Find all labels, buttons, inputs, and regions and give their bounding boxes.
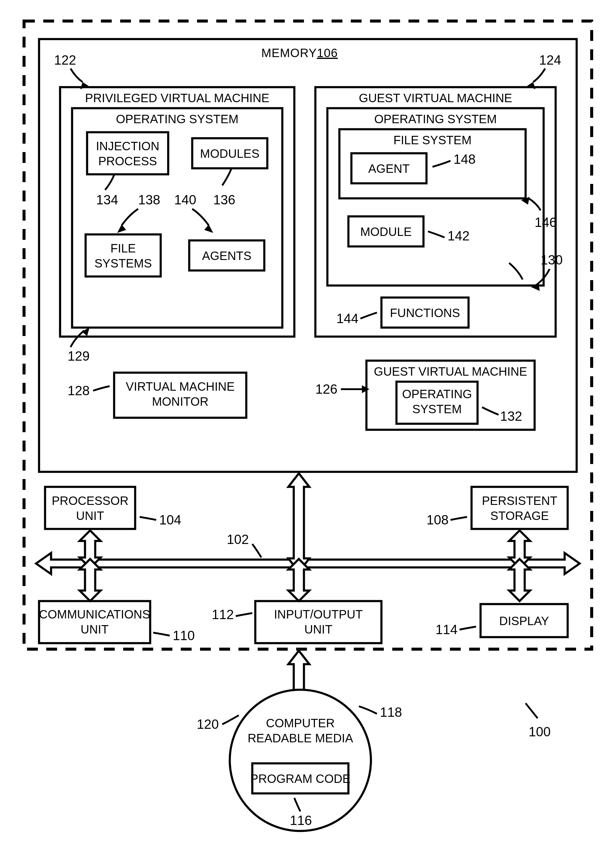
- svg-text:OPERATING: OPERATING: [402, 388, 472, 401]
- svg-text:VIRTUAL MACHINE: VIRTUAL MACHINE: [126, 380, 235, 393]
- svg-text:110: 110: [173, 628, 195, 643]
- vmm-box: VIRTUAL MACHINE MONITOR: [114, 373, 246, 418]
- svg-rect-10: [87, 132, 168, 174]
- svg-text:MODULES: MODULES: [200, 147, 260, 160]
- arrow-crm-io: [288, 651, 309, 694]
- svg-rect-54: [45, 487, 135, 529]
- guest-agent-box: AGENT: [351, 153, 427, 183]
- comm-box: COMMUNICATIONS UNIT: [39, 601, 150, 643]
- svg-marker-69: [509, 559, 530, 601]
- ref-130: [509, 263, 523, 279]
- ref-112: 112: [212, 607, 252, 622]
- svg-text:120: 120: [197, 717, 219, 731]
- ref-102: 102: [227, 532, 261, 558]
- ref-140: 140: [174, 192, 213, 233]
- svg-text:DISPLAY: DISPLAY: [499, 614, 549, 627]
- ref-146: 146: [521, 197, 557, 230]
- svg-text:132: 132: [500, 409, 522, 423]
- svg-text:100: 100: [529, 724, 550, 739]
- ref-120: 120: [197, 715, 239, 731]
- guest-vm-title: GUEST VIRTUAL MACHINE: [359, 91, 512, 104]
- ref-148: 148: [433, 152, 475, 167]
- ref-132: 132: [482, 407, 522, 423]
- svg-text:108: 108: [427, 513, 449, 527]
- svg-text:140: 140: [174, 192, 196, 207]
- svg-marker-28: [531, 282, 540, 291]
- guest-vm2-os-box: OPERATING SYSTEM: [396, 382, 478, 424]
- display-box: DISPLAY: [481, 604, 568, 637]
- svg-text:124: 124: [539, 53, 561, 67]
- ref-122: 122: [54, 53, 89, 89]
- functions-box: FUNCTIONS: [381, 298, 469, 328]
- svg-text:146: 146: [535, 215, 557, 230]
- svg-text:INJECTION: INJECTION: [96, 140, 159, 153]
- arrow-comm-bus: [79, 559, 101, 601]
- svg-text:MONITOR: MONITOR: [152, 395, 208, 408]
- svg-text:136: 136: [213, 192, 235, 207]
- svg-text:AGENTS: AGENTS: [202, 249, 251, 262]
- modules-box: MODULES: [192, 138, 267, 168]
- svg-rect-58: [472, 487, 568, 529]
- ref-136: 136: [213, 169, 235, 207]
- svg-text:STORAGE: STORAGE: [490, 509, 549, 522]
- io-box: INPUT/OUTPUT UNIT: [255, 601, 381, 643]
- priv-os-title: OPERATING SYSTEM: [116, 112, 239, 126]
- svg-text:129: 129: [67, 349, 89, 363]
- memory-ref: 106: [317, 46, 338, 60]
- guest-fs-box: FILE SYSTEM: [339, 129, 526, 198]
- svg-text:134: 134: [96, 192, 118, 207]
- arrow-io-bus: [288, 559, 309, 601]
- ref-118: 118: [359, 705, 402, 720]
- svg-text:AGENT: AGENT: [368, 162, 410, 175]
- svg-rect-74: [255, 601, 381, 643]
- svg-marker-18: [117, 225, 126, 233]
- arrow-memory-bus: [288, 473, 309, 572]
- svg-text:102: 102: [227, 532, 249, 547]
- svg-text:PROCESSOR: PROCESSOR: [52, 494, 129, 507]
- svg-rect-21: [86, 234, 161, 276]
- ref-108: 108: [427, 513, 467, 527]
- svg-marker-8: [82, 328, 89, 336]
- arrow-disp-bus: [509, 559, 530, 601]
- ref-100: 100: [526, 703, 550, 739]
- svg-text:UNIT: UNIT: [81, 623, 109, 636]
- svg-text:UNIT: UNIT: [76, 509, 104, 522]
- svg-text:PROCESS: PROCESS: [98, 154, 157, 168]
- svg-rect-0: [24, 21, 592, 649]
- svg-text:FILE: FILE: [110, 242, 136, 255]
- svg-text:122: 122: [54, 53, 76, 67]
- svg-text:PROGRAM CODE: PROGRAM CODE: [250, 772, 350, 785]
- svg-text:112: 112: [212, 607, 234, 622]
- svg-text:COMPUTER: COMPUTER: [266, 717, 335, 730]
- svg-text:FUNCTIONS: FUNCTIONS: [390, 306, 460, 319]
- ref-128: 128: [67, 383, 110, 398]
- svg-text:144: 144: [336, 311, 358, 326]
- svg-marker-81: [288, 651, 309, 694]
- memory-title: MEMORY: [261, 46, 317, 60]
- svg-text:INPUT/OUTPUT: INPUT/OUTPUT: [274, 608, 363, 621]
- svg-text:MODULE: MODULE: [360, 225, 411, 238]
- bus-arrow: [36, 553, 580, 574]
- ref-114: 114: [436, 622, 476, 637]
- svg-marker-20: [204, 225, 213, 233]
- priv-vm-title: PRIVILEGED VIRTUAL MACHINE: [85, 91, 269, 104]
- svg-marker-67: [79, 559, 101, 601]
- svg-marker-64: [288, 473, 309, 572]
- ref-138: 138: [117, 192, 160, 233]
- system-boundary: [24, 21, 592, 649]
- ref-110: 110: [153, 628, 195, 643]
- svg-text:COMMUNICATIONS: COMMUNICATIONS: [39, 608, 150, 621]
- svg-text:SYSTEM: SYSTEM: [412, 402, 462, 416]
- svg-text:UNIT: UNIT: [304, 623, 332, 636]
- svg-text:148: 148: [453, 152, 475, 166]
- persistent-storage-box: PERSISTENT STORAGE: [472, 487, 568, 529]
- ref-144: 144: [336, 311, 377, 326]
- ref-129: 129: [67, 328, 89, 363]
- file-systems-box: FILE SYSTEMS: [86, 234, 161, 276]
- ref-134: 134: [96, 175, 118, 207]
- svg-text:116: 116: [290, 813, 312, 828]
- svg-text:104: 104: [159, 513, 181, 527]
- injection-process-box: INJECTION PROCESS: [87, 132, 168, 174]
- guest-vm2-title: GUEST VIRTUAL MACHINE: [374, 365, 527, 378]
- ref-124: 124: [527, 53, 561, 89]
